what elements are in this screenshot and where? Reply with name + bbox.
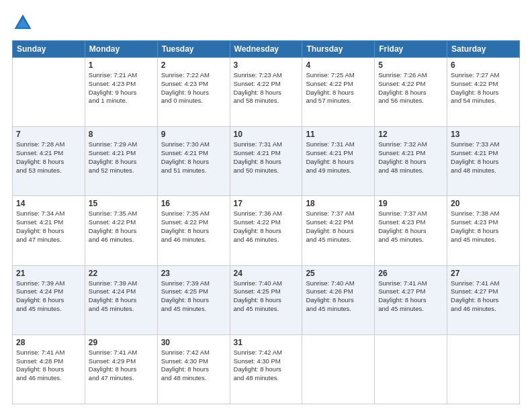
cell-info: Sunrise: 7:39 AM Sunset: 4:24 PM Dayligh… — [89, 279, 154, 314]
cell-info: Sunrise: 7:34 AM Sunset: 4:21 PM Dayligh… — [16, 210, 81, 244]
day-number: 2 — [161, 60, 226, 70]
weekday-header-friday: Friday — [375, 41, 447, 58]
calendar-cell: 16Sunrise: 7:35 AM Sunset: 4:22 PM Dayli… — [157, 196, 230, 265]
cell-info: Sunrise: 7:28 AM Sunset: 4:21 PM Dayligh… — [16, 140, 81, 175]
day-number: 6 — [451, 60, 516, 70]
calendar-cell: 6Sunrise: 7:27 AM Sunset: 4:22 PM Daylig… — [447, 58, 520, 127]
calendar-cell: 3Sunrise: 7:23 AM Sunset: 4:22 PM Daylig… — [230, 58, 302, 127]
cell-info: Sunrise: 7:40 AM Sunset: 4:26 PM Dayligh… — [306, 279, 371, 314]
header — [12, 12, 520, 34]
day-number: 21 — [16, 269, 81, 278]
calendar-cell: 27Sunrise: 7:41 AM Sunset: 4:27 PM Dayli… — [447, 265, 520, 334]
cell-info: Sunrise: 7:22 AM Sunset: 4:23 PM Dayligh… — [161, 71, 226, 105]
day-number: 7 — [16, 130, 81, 139]
calendar-cell — [447, 334, 520, 404]
day-number: 17 — [234, 199, 299, 208]
calendar-cell: 13Sunrise: 7:33 AM Sunset: 4:21 PM Dayli… — [447, 127, 520, 196]
day-number: 27 — [451, 269, 516, 278]
day-number: 23 — [161, 269, 226, 278]
calendar-cell — [302, 334, 375, 404]
calendar-body: 1Sunrise: 7:21 AM Sunset: 4:23 PM Daylig… — [13, 58, 520, 404]
calendar-cell: 7Sunrise: 7:28 AM Sunset: 4:21 PM Daylig… — [13, 127, 85, 196]
calendar-table: SundayMondayTuesdayWednesdayThursdayFrid… — [12, 40, 520, 404]
cell-info: Sunrise: 7:25 AM Sunset: 4:22 PM Dayligh… — [306, 71, 371, 105]
cell-info: Sunrise: 7:36 AM Sunset: 4:22 PM Dayligh… — [234, 210, 299, 244]
cell-info: Sunrise: 7:29 AM Sunset: 4:21 PM Dayligh… — [89, 140, 154, 175]
cell-info: Sunrise: 7:42 AM Sunset: 4:30 PM Dayligh… — [234, 349, 299, 383]
day-number: 12 — [378, 130, 443, 139]
logo-icon — [12, 12, 34, 34]
cell-info: Sunrise: 7:42 AM Sunset: 4:30 PM Dayligh… — [161, 349, 226, 383]
calendar-cell — [13, 58, 85, 127]
calendar-cell: 22Sunrise: 7:39 AM Sunset: 4:24 PM Dayli… — [85, 265, 157, 334]
day-number: 24 — [234, 269, 299, 278]
calendar-cell: 10Sunrise: 7:31 AM Sunset: 4:21 PM Dayli… — [230, 127, 302, 196]
calendar-cell: 24Sunrise: 7:40 AM Sunset: 4:25 PM Dayli… — [230, 265, 302, 334]
day-number: 28 — [16, 338, 81, 347]
week-row-4: 21Sunrise: 7:39 AM Sunset: 4:24 PM Dayli… — [13, 265, 520, 334]
cell-info: Sunrise: 7:31 AM Sunset: 4:21 PM Dayligh… — [234, 140, 299, 175]
day-number: 5 — [378, 60, 443, 70]
calendar-cell: 26Sunrise: 7:41 AM Sunset: 4:27 PM Dayli… — [375, 265, 447, 334]
weekday-header-tuesday: Tuesday — [157, 41, 230, 58]
cell-info: Sunrise: 7:41 AM Sunset: 4:28 PM Dayligh… — [16, 349, 81, 383]
day-number: 30 — [161, 338, 226, 347]
calendar-cell: 1Sunrise: 7:21 AM Sunset: 4:23 PM Daylig… — [85, 58, 157, 127]
day-number: 8 — [89, 130, 154, 139]
calendar-cell: 12Sunrise: 7:32 AM Sunset: 4:21 PM Dayli… — [375, 127, 447, 196]
cell-info: Sunrise: 7:33 AM Sunset: 4:21 PM Dayligh… — [451, 140, 516, 175]
calendar-cell: 14Sunrise: 7:34 AM Sunset: 4:21 PM Dayli… — [13, 196, 85, 265]
calendar-header: SundayMondayTuesdayWednesdayThursdayFrid… — [13, 41, 520, 58]
weekday-header-sunday: Sunday — [13, 41, 85, 58]
cell-info: Sunrise: 7:40 AM Sunset: 4:25 PM Dayligh… — [234, 279, 299, 314]
day-number: 29 — [89, 338, 154, 347]
cell-info: Sunrise: 7:38 AM Sunset: 4:23 PM Dayligh… — [451, 210, 516, 244]
calendar-cell: 29Sunrise: 7:41 AM Sunset: 4:29 PM Dayli… — [85, 334, 157, 404]
calendar-cell: 28Sunrise: 7:41 AM Sunset: 4:28 PM Dayli… — [13, 334, 85, 404]
calendar-cell: 30Sunrise: 7:42 AM Sunset: 4:30 PM Dayli… — [157, 334, 230, 404]
cell-info: Sunrise: 7:35 AM Sunset: 4:22 PM Dayligh… — [161, 210, 226, 244]
cell-info: Sunrise: 7:21 AM Sunset: 4:23 PM Dayligh… — [89, 71, 154, 105]
cell-info: Sunrise: 7:32 AM Sunset: 4:21 PM Dayligh… — [378, 140, 443, 175]
calendar-cell: 15Sunrise: 7:35 AM Sunset: 4:22 PM Dayli… — [85, 196, 157, 265]
day-number: 25 — [306, 269, 371, 278]
day-number: 11 — [306, 130, 371, 139]
calendar-cell: 17Sunrise: 7:36 AM Sunset: 4:22 PM Dayli… — [230, 196, 302, 265]
calendar-cell: 19Sunrise: 7:37 AM Sunset: 4:23 PM Dayli… — [375, 196, 447, 265]
calendar-cell: 25Sunrise: 7:40 AM Sunset: 4:26 PM Dayli… — [302, 265, 375, 334]
cell-info: Sunrise: 7:30 AM Sunset: 4:21 PM Dayligh… — [161, 140, 226, 175]
logo — [12, 12, 36, 34]
day-number: 26 — [378, 269, 443, 278]
day-number: 22 — [89, 269, 154, 278]
calendar-cell — [375, 334, 447, 404]
calendar-cell: 11Sunrise: 7:31 AM Sunset: 4:21 PM Dayli… — [302, 127, 375, 196]
day-number: 31 — [234, 338, 299, 347]
cell-info: Sunrise: 7:39 AM Sunset: 4:24 PM Dayligh… — [16, 279, 81, 314]
calendar-cell: 18Sunrise: 7:37 AM Sunset: 4:22 PM Dayli… — [302, 196, 375, 265]
calendar-cell: 8Sunrise: 7:29 AM Sunset: 4:21 PM Daylig… — [85, 127, 157, 196]
day-number: 3 — [234, 60, 299, 70]
week-row-5: 28Sunrise: 7:41 AM Sunset: 4:28 PM Dayli… — [13, 334, 520, 404]
day-number: 13 — [451, 130, 516, 139]
day-number: 18 — [306, 199, 371, 208]
cell-info: Sunrise: 7:41 AM Sunset: 4:27 PM Dayligh… — [451, 279, 516, 314]
cell-info: Sunrise: 7:31 AM Sunset: 4:21 PM Dayligh… — [306, 140, 371, 175]
calendar-cell: 9Sunrise: 7:30 AM Sunset: 4:21 PM Daylig… — [157, 127, 230, 196]
cell-info: Sunrise: 7:23 AM Sunset: 4:22 PM Dayligh… — [234, 71, 299, 105]
day-number: 4 — [306, 60, 371, 70]
calendar-cell: 2Sunrise: 7:22 AM Sunset: 4:23 PM Daylig… — [157, 58, 230, 127]
cell-info: Sunrise: 7:26 AM Sunset: 4:22 PM Dayligh… — [378, 71, 443, 105]
page: SundayMondayTuesdayWednesdayThursdayFrid… — [0, 0, 532, 411]
cell-info: Sunrise: 7:37 AM Sunset: 4:23 PM Dayligh… — [378, 210, 443, 244]
weekday-header-saturday: Saturday — [447, 41, 520, 58]
cell-info: Sunrise: 7:41 AM Sunset: 4:27 PM Dayligh… — [378, 279, 443, 314]
week-row-1: 1Sunrise: 7:21 AM Sunset: 4:23 PM Daylig… — [13, 58, 520, 127]
week-row-3: 14Sunrise: 7:34 AM Sunset: 4:21 PM Dayli… — [13, 196, 520, 265]
day-number: 1 — [89, 60, 154, 70]
cell-info: Sunrise: 7:37 AM Sunset: 4:22 PM Dayligh… — [306, 210, 371, 244]
day-number: 10 — [234, 130, 299, 139]
cell-info: Sunrise: 7:35 AM Sunset: 4:22 PM Dayligh… — [89, 210, 154, 244]
day-number: 15 — [89, 199, 154, 208]
day-number: 16 — [161, 199, 226, 208]
day-number: 9 — [161, 130, 226, 139]
